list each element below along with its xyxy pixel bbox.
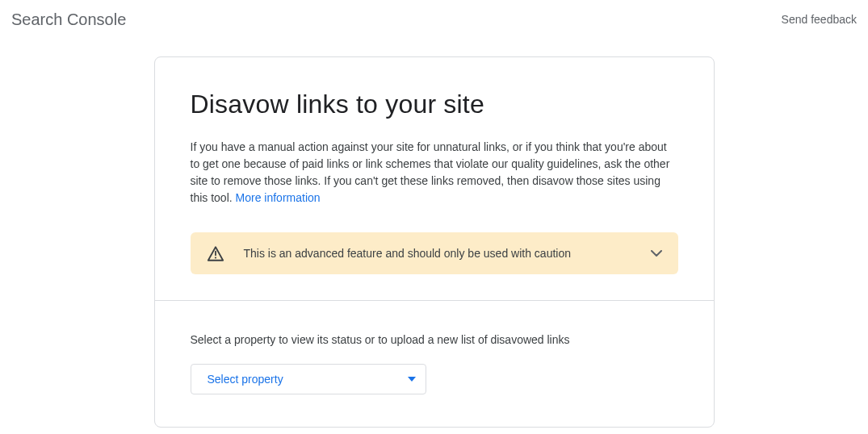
- caret-down-icon: [408, 377, 416, 382]
- warning-banner[interactable]: This is an advanced feature and should o…: [191, 232, 678, 274]
- main-container: Disavow links to your site If you have a…: [0, 56, 868, 428]
- warning-text: This is an advanced feature and should o…: [244, 247, 631, 260]
- more-information-link[interactable]: More information: [236, 191, 321, 204]
- select-property-dropdown[interactable]: Select property: [191, 364, 426, 394]
- card-lower: Select a property to view its status or …: [155, 301, 714, 427]
- header: Search Console Send feedback: [0, 0, 868, 39]
- card: Disavow links to your site If you have a…: [154, 56, 715, 428]
- send-feedback-link[interactable]: Send feedback: [782, 13, 857, 26]
- app-title: Search Console: [11, 10, 126, 29]
- description: If you have a manual action against your…: [191, 139, 678, 207]
- chevron-down-icon: [651, 250, 662, 257]
- select-property-label: Select a property to view its status or …: [191, 333, 678, 346]
- svg-point-1: [214, 257, 216, 258]
- warning-icon: [207, 245, 224, 261]
- page-heading: Disavow links to your site: [191, 90, 678, 119]
- select-property-text: Select property: [208, 373, 283, 386]
- card-upper: Disavow links to your site If you have a…: [155, 57, 714, 300]
